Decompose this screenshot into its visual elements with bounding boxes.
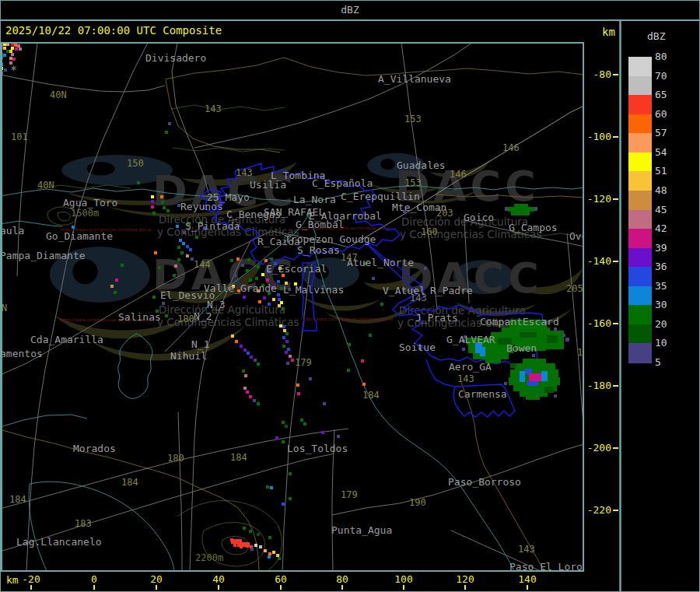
place-label: Mte_Coman [392, 201, 446, 213]
road-number-label: 205 [566, 283, 583, 294]
place-label: C_Erepquillin [341, 191, 420, 202]
legend-value: 10 [655, 337, 667, 349]
bottom-axis-tick [30, 585, 32, 590]
legend-value: 5 [655, 356, 661, 368]
legend-value: 60 [655, 108, 667, 120]
place-label: Lag.Llancanelo [16, 536, 102, 548]
legend-value: 54 [655, 146, 667, 158]
bottom-axis-tick [218, 585, 219, 590]
place-label: Agua_Toro [63, 197, 117, 208]
road-number-label: 160 [421, 226, 438, 237]
timestamp: 2025/10/22 07:00:00 UTC Composite [5, 24, 222, 37]
place-label: N_3 [207, 299, 225, 310]
road-number-label: 183 [75, 518, 92, 529]
place-label: N_2 [194, 310, 212, 322]
road-number-label: 190 [409, 497, 426, 508]
bottom-axis-tick [403, 585, 404, 590]
km-axis-unit-bottom: km [6, 574, 19, 586]
place-label: R_Caida [257, 236, 300, 247]
bottom-axis-label: 80 [336, 573, 348, 585]
bottom-km-axis: km -20020406080100120140 [0, 572, 619, 592]
right-km-axis: -80-100-120-140-160-180-200-220 [584, 21, 620, 572]
road-number-label: 184 [9, 494, 26, 505]
bottom-axis-tick [341, 585, 343, 590]
place-label: Guadales [397, 159, 446, 171]
legend-swatch [628, 133, 652, 152]
right-axis-tick [613, 261, 618, 262]
legend-value: 35 [655, 280, 667, 292]
right-axis-tick [613, 136, 618, 138]
road-number-label: 40N [50, 89, 67, 100]
road-number-label: 101 [11, 131, 28, 142]
legend-swatch [628, 114, 652, 134]
legend-value: 70 [655, 70, 667, 82]
legend-value: 36 [655, 261, 667, 272]
bottom-axis-tick [156, 585, 157, 590]
road-number-label: 146 [450, 169, 467, 180]
place-label: amentos [0, 348, 43, 359]
bottom-axis-label: 40 [212, 573, 225, 585]
bottom-axis-label: 120 [456, 573, 474, 585]
place-label: Goico [464, 212, 494, 223]
place-label: Divisadero [145, 52, 206, 64]
legend-swatch [628, 324, 652, 344]
road-number-label: N [2, 303, 7, 314]
place-label: L_Malvinas [283, 284, 344, 296]
right-axis-tick [613, 323, 618, 324]
bottom-axis-label: 140 [518, 573, 536, 585]
road-number-label: 180 [167, 453, 184, 464]
place-label: Los_Toldos [287, 443, 348, 454]
place-label: C_Española [312, 177, 373, 189]
place-label: Paso_Borroso [448, 476, 521, 488]
right-axis-label: -220 [584, 504, 611, 516]
road-number-label: 153 [404, 177, 422, 188]
legend-value: 45 [655, 204, 667, 215]
place-label: R_Padre [430, 285, 473, 296]
place-label: Punta_Agua [331, 524, 392, 536]
legend-swatch [628, 229, 652, 248]
panel-borders [2, 21, 621, 591]
right-axis-label: -200 [584, 442, 611, 454]
bottom-axis-label: -20 [22, 573, 40, 585]
place-label: Aero_GA [449, 361, 492, 373]
map-content: DACCDACCDACCDACCDirección de Agricultura… [0, 43, 600, 573]
place-label: Bowen [506, 342, 537, 354]
road-number-label: 153 [404, 114, 422, 124]
place-label: G_Campos [509, 222, 558, 233]
legend-title: dBZ [647, 30, 665, 42]
road-number-label: 143 [457, 373, 474, 384]
place-label: Cda_Amarilla [30, 334, 103, 345]
legend-value: 42 [655, 222, 667, 234]
place-label: E_Escorial [266, 263, 327, 275]
contour-label: 1500m [71, 208, 99, 219]
bottom-axis-label: 0 [91, 573, 97, 585]
bottom-axis-label: 60 [275, 573, 287, 585]
place-label: V_Atuel [383, 285, 425, 296]
legend-swatch [628, 152, 652, 172]
road-number-label: 179 [295, 357, 312, 368]
bottom-axis-tick [464, 585, 466, 590]
page-title: dBZ [0, 4, 700, 16]
right-axis-tick [613, 198, 618, 200]
bottom-axis-label: 20 [150, 573, 163, 585]
contour-label: 2200m [195, 552, 223, 563]
radar-site-asterisk: * [10, 64, 17, 78]
place-label: C_Benegas [226, 208, 281, 220]
legend-swatch [628, 171, 652, 191]
bottom-axis-tick [93, 585, 95, 590]
title-bar: dBZ [0, 0, 700, 21]
place-label: A_Villanueva [378, 73, 451, 85]
road-number-label: 146 [502, 142, 520, 153]
right-axis-label: -160 [584, 317, 611, 329]
place-label: J_Prats [415, 312, 458, 324]
right-axis-label: -120 [584, 193, 611, 205]
road-number-label: 143 [236, 167, 253, 178]
right-axis-tick [613, 447, 618, 449]
bottom-axis-tick [280, 585, 282, 590]
road-number-label: 184 [362, 390, 380, 401]
right-axis-tick [613, 510, 618, 511]
legend-value: 57 [655, 127, 667, 138]
road-number-label: 144 [194, 259, 211, 270]
right-axis-label: -100 [584, 131, 611, 142]
place-label: Carmensa [458, 388, 507, 400]
